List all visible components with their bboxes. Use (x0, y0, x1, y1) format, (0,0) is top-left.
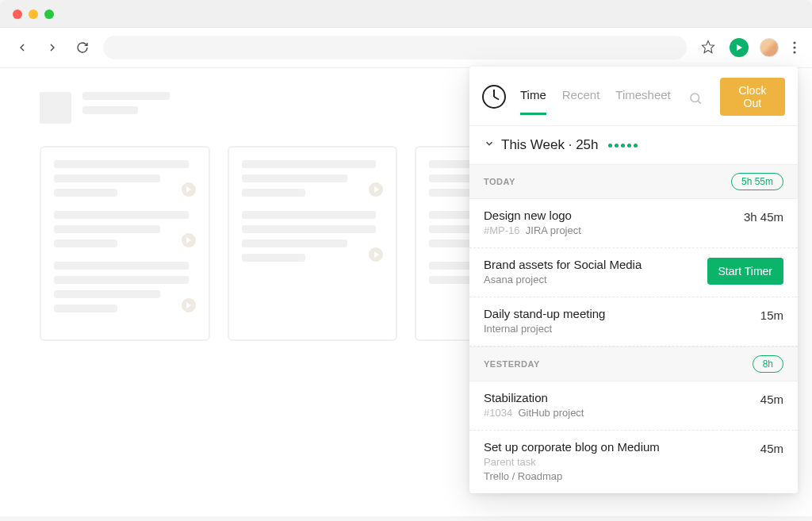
task-project: Internal project (484, 323, 552, 335)
search-button[interactable] (685, 88, 706, 115)
start-timer-button[interactable]: Start Timer (707, 258, 783, 285)
play-icon[interactable] (369, 247, 383, 262)
card-placeholder (242, 211, 384, 262)
task-project: GitHub project (518, 407, 584, 419)
svg-marker-0 (703, 40, 714, 52)
section-header-yesterday: YESTERDAY 8h (469, 347, 798, 381)
reload-button[interactable] (73, 38, 92, 57)
task-title: Set up corporate blog on Medium (484, 440, 660, 454)
chevron-down-icon (484, 137, 495, 153)
play-icon[interactable] (182, 182, 196, 197)
section-label: TODAY (484, 177, 515, 186)
tab-timesheet[interactable]: Timesheet (615, 88, 670, 115)
text-placeholder (82, 92, 170, 100)
card-placeholder (242, 160, 384, 197)
text-placeholder (82, 106, 138, 114)
week-summary[interactable]: This Week · 25h (469, 126, 798, 164)
task-row[interactable]: Brand assets for Social Media Asana proj… (469, 248, 798, 297)
avatar-placeholder (40, 92, 71, 124)
tab-time[interactable]: Time (520, 88, 546, 115)
task-project: JIRA project (526, 224, 581, 236)
card-placeholder (54, 262, 196, 312)
svg-marker-1 (737, 44, 742, 51)
task-project: Asana project (484, 274, 547, 285)
forward-button[interactable] (43, 38, 62, 57)
card-placeholder (54, 160, 196, 197)
task-time: 15m (760, 308, 783, 322)
back-button[interactable] (13, 38, 32, 57)
week-dots-indicator (608, 144, 638, 147)
address-bar[interactable] (103, 36, 687, 59)
kanban-column (40, 146, 210, 341)
time-tracker-panel: Time Recent Timesheet Clock Out This Wee… (469, 67, 798, 493)
task-title: Design new logo (484, 209, 581, 222)
section-header-today: TODAY 5h 55m (469, 164, 798, 199)
maximize-window-button[interactable] (44, 10, 54, 19)
svg-point-3 (793, 46, 795, 48)
svg-point-4 (793, 51, 795, 53)
play-icon[interactable] (182, 233, 196, 247)
bookmark-button[interactable] (698, 36, 718, 59)
section-total-time: 8h (753, 355, 783, 373)
kanban-column (228, 146, 398, 341)
task-title: Daily stand-up meeting (484, 307, 605, 320)
task-title: Stabilization (484, 391, 584, 404)
minimize-window-button[interactable] (29, 10, 38, 19)
browser-chrome (0, 0, 812, 28)
tab-recent[interactable]: Recent (562, 88, 600, 115)
task-row[interactable]: Daily stand-up meeting Internal project … (469, 297, 798, 347)
play-icon[interactable] (182, 298, 196, 312)
panel-header: Time Recent Timesheet Clock Out (469, 67, 798, 126)
task-parent: Parent task (484, 456, 660, 468)
task-time: 3h 45m (744, 210, 783, 224)
task-row[interactable]: Stabilization #1034 GitHub project 45m (469, 381, 798, 431)
task-tag: #1034 (484, 407, 512, 419)
task-row[interactable]: Design new logo #MP-16 JIRA project 3h 4… (469, 199, 798, 248)
browser-menu-button[interactable] (790, 38, 799, 57)
week-label: This Week · 25h (501, 137, 599, 153)
svg-line-6 (698, 101, 700, 103)
section-label: YESTERDAY (484, 359, 540, 369)
svg-point-2 (793, 41, 795, 44)
task-time: 45m (760, 393, 783, 406)
close-window-button[interactable] (13, 10, 22, 19)
play-icon[interactable] (369, 182, 383, 197)
task-time: 45m (760, 442, 783, 455)
browser-toolbar (0, 28, 812, 68)
profile-avatar[interactable] (760, 38, 779, 57)
svg-point-5 (691, 94, 699, 102)
task-project: Trello / Roadmap (484, 470, 562, 482)
task-tag: #MP-16 (484, 224, 520, 236)
task-title: Brand assets for Social Media (484, 258, 642, 271)
card-placeholder (54, 211, 196, 247)
window-controls (13, 10, 54, 19)
clock-out-button[interactable]: Clock Out (720, 78, 785, 116)
section-total-time: 5h 55m (731, 173, 783, 190)
app-logo-icon (482, 85, 506, 109)
task-row[interactable]: Set up corporate blog on Medium Parent t… (469, 431, 798, 493)
extension-play-button[interactable] (730, 38, 749, 57)
